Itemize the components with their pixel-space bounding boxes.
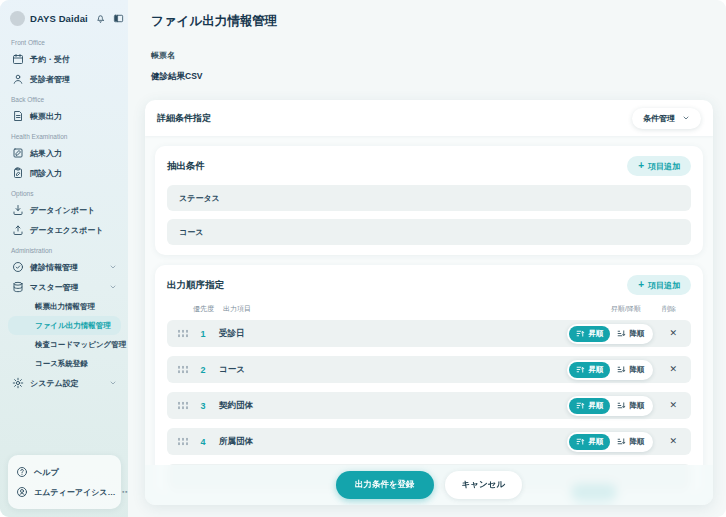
calendar-icon [12, 53, 24, 65]
sidebar-item-reservation[interactable]: 予約・受付 [8, 49, 121, 69]
sort-asc-button[interactable]: 昇順 [569, 434, 610, 450]
sort-asc-button[interactable]: 昇順 [569, 326, 610, 342]
sort-asc-label: 昇順 [588, 365, 603, 375]
sort-asc-label: 昇順 [588, 329, 603, 339]
sort-desc-icon [617, 437, 626, 446]
edit-icon [12, 147, 24, 159]
clipboard-edit-icon [12, 167, 24, 179]
extract-conditions-title: 抽出条件 [167, 160, 205, 173]
sidebar: DAYS Daidai Front Office 予約・受付 受診者管理 Bac… [0, 0, 128, 517]
condition-manage-dropdown[interactable]: 条件管理 [632, 108, 701, 129]
sort-desc-button[interactable]: 降順 [610, 398, 651, 414]
extract-row-label: ステータス [179, 193, 220, 204]
bell-icon[interactable] [95, 13, 106, 24]
table-row: 3 契約団体 昇順 降順 ✕ [167, 392, 691, 419]
page-title: ファイル出力情報管理 [151, 13, 713, 30]
column-priority: 優先度 [193, 304, 214, 314]
sidebar-item-interview-entry[interactable]: 問診入力 [8, 163, 121, 183]
column-item: 出力項目 [223, 304, 251, 314]
sort-desc-icon [617, 329, 626, 338]
extract-row-status[interactable]: ステータス [167, 185, 691, 211]
medal-check-icon [12, 261, 24, 273]
brand-name: DAYS Daidai [30, 13, 88, 24]
delete-row-button[interactable]: ✕ [669, 329, 677, 338]
sort-desc-button[interactable]: 降順 [610, 434, 651, 450]
cancel-button[interactable]: キャンセル [445, 471, 523, 499]
sidebar-item-result-entry[interactable]: 結果入力 [8, 143, 121, 163]
sidebar-item-label: 受診者管理 [30, 74, 70, 85]
sort-desc-button[interactable]: 降順 [610, 326, 651, 342]
chevron-down-icon [109, 283, 117, 291]
sort-desc-label: 降順 [629, 437, 644, 447]
section-label-back-office: Back Office [11, 96, 118, 103]
table-row: 4 所属団体 昇順 降順 ✕ [167, 428, 691, 455]
delete-row-button[interactable]: ✕ [669, 437, 677, 446]
condition-panel-body: 抽出条件 + 項目追加 ステータス コース [145, 136, 713, 505]
panel-footer: 出力条件を登録 キャンセル [145, 465, 713, 505]
section-label-administration: Administration [11, 247, 118, 254]
main-content: ファイル出力情報管理 帳票名 健診結果CSV 詳細条件指定 条件管理 抽出条件 … [128, 0, 726, 517]
sort-asc-button[interactable]: 昇順 [569, 398, 610, 414]
sidebar-footer-card: ヘルプ エムティーアイシス… ⋯ [8, 455, 121, 509]
sidebar-item-system-settings[interactable]: システム設定 [8, 373, 121, 393]
sidebar-item-checkup-info[interactable]: 健診情報管理 [8, 257, 121, 277]
sidebar-subitem-code-mapping[interactable]: 検査コードマッピング管理 [8, 335, 121, 354]
drag-handle-icon[interactable] [177, 401, 188, 410]
sidebar-collapse-icon[interactable] [113, 13, 124, 24]
sort-asc-button[interactable]: 昇順 [569, 362, 610, 378]
output-order-title: 出力順序指定 [167, 279, 224, 292]
extract-conditions-card: 抽出条件 + 項目追加 ステータス コース [155, 146, 703, 255]
chevron-down-icon [682, 114, 690, 122]
sort-desc-label: 降順 [629, 329, 644, 339]
sort-desc-button[interactable]: 降順 [610, 362, 651, 378]
sidebar-item-report-output[interactable]: 帳票出力 [8, 106, 121, 126]
extract-add-item-button[interactable]: + 項目追加 [627, 156, 691, 176]
plus-icon: + [638, 162, 644, 170]
sort-toggle: 昇順 降順 [567, 360, 653, 380]
register-output-conditions-button[interactable]: 出力条件を登録 [336, 471, 434, 499]
output-item-label: コース [219, 364, 245, 376]
sidebar-subitem-course-registration[interactable]: コース系統登録 [8, 354, 121, 373]
sidebar-item-data-import[interactable]: データインポート [8, 200, 121, 220]
drag-handle-icon[interactable] [177, 437, 188, 446]
sort-asc-icon [576, 329, 585, 338]
person-icon [12, 73, 24, 85]
sort-asc-label: 昇順 [588, 401, 603, 411]
sidebar-item-label: 問診入力 [30, 168, 62, 179]
drag-handle-icon[interactable] [177, 365, 188, 374]
sidebar-subitem-report-output-info[interactable]: 帳票出力情報管理 [8, 297, 121, 316]
order-add-item-button[interactable]: + 項目追加 [627, 275, 691, 295]
report-name-label: 帳票名 [151, 50, 713, 61]
sidebar-item-label: データインポート [30, 205, 95, 216]
table-row: 1 受診日 昇順 降順 ✕ [167, 320, 691, 347]
add-item-label: 項目追加 [648, 161, 680, 172]
extract-row-label: コース [179, 227, 203, 238]
output-item-label: 契約団体 [219, 400, 253, 412]
extract-row-course[interactable]: コース [167, 219, 691, 245]
priority-value: 4 [196, 437, 210, 447]
sidebar-item-data-export[interactable]: データエクスポート [8, 220, 121, 240]
help-label: ヘルプ [34, 467, 59, 478]
plus-icon: + [638, 281, 644, 289]
panel-title: 詳細条件指定 [157, 112, 211, 125]
sort-toggle: 昇順 降順 [567, 324, 653, 344]
section-label-options: Options [11, 190, 118, 197]
account-item[interactable]: エムティーアイシス… ⋯ [14, 482, 115, 502]
sort-desc-icon [617, 365, 626, 374]
sidebar-item-label: マスター管理 [30, 282, 79, 293]
app-window: DAYS Daidai Front Office 予約・受付 受診者管理 Bac… [0, 0, 726, 517]
drag-handle-icon[interactable] [177, 329, 188, 338]
sort-toggle: 昇順 降順 [567, 396, 653, 416]
sidebar-item-master-mgmt[interactable]: マスター管理 [8, 277, 121, 297]
sort-asc-label: 昇順 [588, 437, 603, 447]
sidebar-item-label: システム設定 [30, 378, 79, 389]
condition-panel-header: 詳細条件指定 条件管理 [145, 100, 713, 136]
delete-row-button[interactable]: ✕ [669, 401, 677, 410]
sidebar-item-label: 帳票出力 [30, 111, 62, 122]
sidebar-item-patients[interactable]: 受診者管理 [8, 69, 121, 89]
database-icon [12, 281, 24, 293]
sidebar-subitem-file-output-info[interactable]: ファイル出力情報管理 [8, 316, 121, 335]
delete-row-button[interactable]: ✕ [669, 365, 677, 374]
avatar[interactable] [10, 11, 25, 26]
help-item[interactable]: ヘルプ [14, 462, 115, 482]
